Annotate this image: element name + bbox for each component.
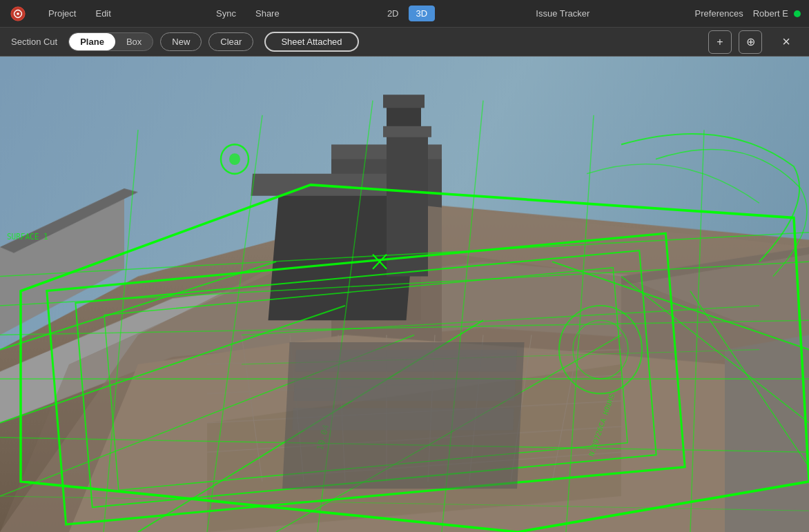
add-icon: + [717,36,723,48]
viewport-3d[interactable]: SURFACE 1 N.39726CA HOUHS 10.04 [0,57,809,532]
view-2d-btn[interactable]: 2D [380,6,406,21]
clear-btn[interactable]: Clear [208,32,253,51]
menu-share[interactable]: Share [246,6,289,21]
menu-sync[interactable]: Sync [206,6,246,21]
menu-issue-tracker[interactable]: Issue Tracker [526,6,599,21]
user-area: Robert E [753,8,801,19]
menu-project[interactable]: Project [39,6,86,21]
menu-preferences[interactable]: Preferences [685,6,753,21]
close-btn[interactable]: × [774,30,798,54]
app-logo[interactable] [8,4,28,23]
plane-box-toggle: Plane Box [68,32,153,51]
view-3d-btn[interactable]: 3D [409,6,436,21]
section-cut-label: Section Cut [11,37,57,47]
pin-icon-btn[interactable]: ⊕ [739,30,762,54]
sheet-attached-btn[interactable]: Sheet Attached [264,32,358,52]
view-toggle: 2D 3D [380,6,435,21]
menu-bar: Project Edit Sync Share 2D 3D Issue Trac… [0,0,809,28]
new-btn[interactable]: New [160,32,202,51]
plane-btn[interactable]: Plane [69,33,115,50]
user-name: Robert E [753,8,788,19]
scene-canvas[interactable] [0,57,809,532]
menu-edit[interactable]: Edit [86,6,120,21]
svg-point-1 [17,12,19,15]
add-icon-btn[interactable]: + [708,30,732,54]
close-icon: × [782,34,790,50]
user-status-dot [794,10,801,17]
section-toolbar: Section Cut Plane Box New Clear Sheet At… [0,28,809,57]
box-btn[interactable]: Box [115,33,153,50]
pin-icon: ⊕ [746,35,755,48]
